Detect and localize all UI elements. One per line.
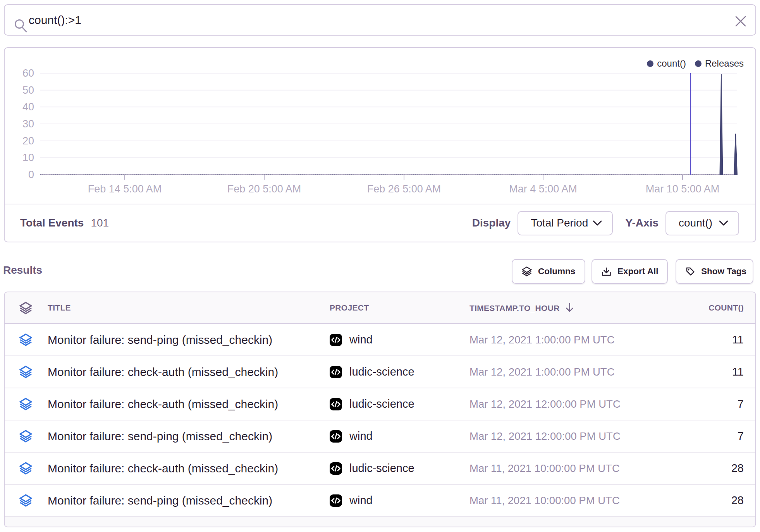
svg-text:Feb 14 5:00 AM: Feb 14 5:00 AM: [88, 183, 162, 195]
svg-text:Feb 26 5:00 AM: Feb 26 5:00 AM: [367, 183, 441, 195]
svg-text:50: 50: [22, 84, 34, 96]
svg-text:Mar 10 5:00 AM: Mar 10 5:00 AM: [646, 183, 720, 195]
svg-text:Mar 4 5:00 AM: Mar 4 5:00 AM: [509, 183, 577, 195]
svg-text:30: 30: [22, 118, 34, 130]
svg-text:40: 40: [22, 101, 34, 113]
svg-text:0: 0: [28, 169, 34, 180]
svg-text:10: 10: [22, 152, 34, 163]
svg-text:20: 20: [22, 135, 34, 147]
svg-text:60: 60: [22, 67, 34, 79]
svg-text:Feb 20 5:00 AM: Feb 20 5:00 AM: [227, 183, 301, 195]
